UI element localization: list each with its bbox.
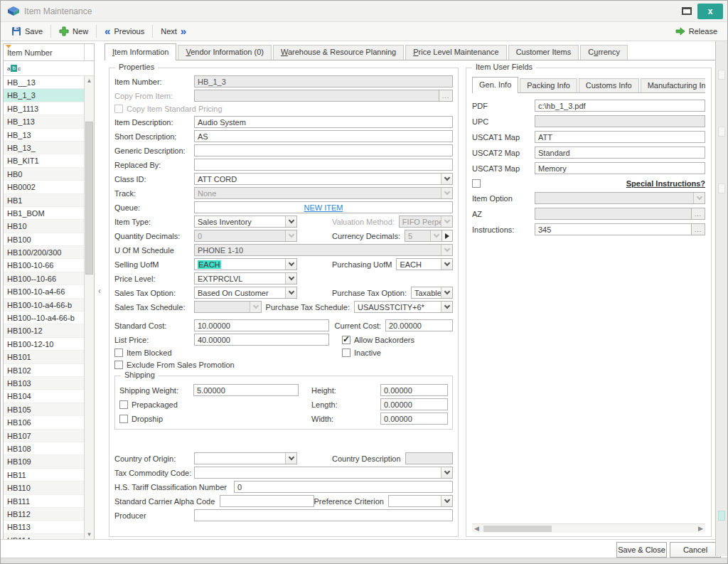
list-item[interactable]: HB10 — [4, 220, 84, 233]
list-item[interactable]: HB__13 — [4, 76, 84, 89]
maximize-icon[interactable] — [682, 7, 692, 15]
uscat1-map-input[interactable]: ATT — [535, 131, 705, 143]
pdf-input[interactable]: c:\hb_1_3.pdf — [535, 100, 705, 112]
list-item[interactable]: HB103 — [4, 377, 84, 390]
list-item[interactable]: HB109 — [4, 455, 84, 468]
scroll-right-icon[interactable]: ▶ — [696, 525, 705, 532]
purchase-tax-schedule-select[interactable]: USAUSSTCITY+6* — [354, 301, 453, 313]
chevron-down-icon[interactable] — [441, 496, 452, 506]
list-item[interactable]: HB101 — [4, 351, 84, 363]
list-item[interactable]: HB100--10-66 — [4, 272, 84, 285]
tab-customs-info[interactable]: Customs Info — [579, 78, 639, 92]
allow-backorders-checkbox[interactable] — [342, 336, 350, 344]
list-item[interactable]: HB105 — [4, 403, 84, 416]
list-item[interactable]: HB0 — [4, 168, 84, 181]
tax-commodity-code-select[interactable] — [194, 467, 453, 479]
release-button[interactable]: Release — [670, 26, 722, 37]
item-blocked-checkbox[interactable] — [114, 348, 123, 357]
cancel-button[interactable]: Cancel — [670, 542, 721, 558]
list-item[interactable]: HB1 — [4, 194, 84, 207]
collapse-sidebar-button[interactable]: ‹ — [95, 282, 104, 300]
tab-packing-info[interactable]: Packing Info — [520, 78, 577, 92]
list-item[interactable]: HB100 — [4, 233, 84, 246]
length-input[interactable]: 0.00000 — [380, 398, 448, 410]
instructions-input[interactable]: 345 — [535, 223, 692, 235]
shipping-weight-input[interactable]: 5.00000 — [193, 384, 299, 396]
list-item[interactable]: HB100/200/300 — [4, 246, 84, 259]
list-item[interactable]: HB102 — [4, 364, 84, 377]
list-item[interactable]: HB108 — [4, 442, 84, 455]
chevron-down-icon[interactable] — [285, 453, 296, 464]
chevron-down-icon[interactable] — [285, 216, 296, 227]
list-item[interactable]: HB1_BOM — [4, 207, 84, 220]
chevron-down-icon[interactable] — [285, 287, 296, 298]
tab-gen-info[interactable]: Gen. Info — [472, 77, 518, 93]
producer-input[interactable] — [194, 509, 453, 521]
hs-tariff-input[interactable]: 0 — [234, 481, 453, 493]
previous-button[interactable]: « Previous — [100, 25, 149, 38]
close-icon[interactable]: x — [697, 4, 723, 19]
column-header-item-number[interactable]: Item Number — [4, 44, 84, 60]
chevron-down-icon[interactable] — [441, 174, 452, 184]
uscat2-map-input[interactable]: Standard — [535, 147, 705, 159]
save-button[interactable]: Save — [6, 25, 48, 38]
chevron-down-icon[interactable] — [441, 287, 452, 298]
list-item[interactable]: HB100-10-a4-66 — [4, 285, 84, 298]
scac-input[interactable] — [220, 495, 314, 507]
list-item[interactable]: HB112 — [4, 508, 84, 521]
chevron-down-icon[interactable] — [285, 259, 296, 270]
scroll-up-icon[interactable]: ▲ — [85, 78, 94, 84]
list-item[interactable]: HB_1113 — [4, 102, 84, 115]
chevron-down-icon[interactable] — [285, 273, 296, 284]
copy-from-item-browse-button[interactable]: ... — [439, 90, 453, 102]
new-item-link[interactable]: NEW ITEM — [304, 203, 343, 212]
item-list-header[interactable]: Item Number — [4, 44, 94, 61]
purchase-tax-option-select[interactable]: Taxable — [411, 287, 453, 299]
dropship-checkbox[interactable] — [119, 415, 128, 423]
tab-warehouse-resource-planning[interactable]: Warehouse & Resource Planning — [273, 45, 404, 60]
height-input[interactable]: 0.00000 — [380, 384, 448, 396]
chevron-down-icon[interactable] — [441, 259, 452, 270]
item-number-input[interactable]: HB_1_3 — [194, 75, 453, 87]
hscrollbar-thumb[interactable] — [483, 526, 552, 532]
user-fields-hscrollbar[interactable]: ◀ ▶ — [472, 523, 705, 533]
currency-decimals-expand-button[interactable] — [442, 230, 453, 242]
filter-row[interactable]: abc — [4, 61, 94, 76]
list-item[interactable]: HB100-10-a4-66-b — [4, 299, 84, 312]
list-item[interactable]: HB114 — [4, 534, 84, 539]
list-price-input[interactable]: 40.00000 — [194, 334, 329, 346]
tab-item-information[interactable]: Item Information — [105, 43, 176, 60]
item-description-input[interactable]: Audio System — [194, 116, 453, 128]
tab-customer-items[interactable]: Customer Items — [508, 45, 579, 60]
replaced-by-input[interactable] — [194, 159, 453, 171]
az-browse-button[interactable]: ... — [692, 208, 705, 220]
list-item[interactable]: HB107 — [4, 430, 84, 442]
exclude-sales-promotion-checkbox[interactable] — [114, 361, 123, 369]
list-item[interactable]: HB111 — [4, 495, 84, 508]
list-item[interactable]: HB110 — [4, 481, 84, 494]
country-of-origin-select[interactable] — [194, 452, 297, 464]
instructions-browse-button[interactable]: ... — [692, 223, 705, 235]
list-item[interactable]: HB_1_3 — [4, 89, 84, 102]
list-item[interactable]: HB100--10-a4-66-b — [4, 312, 84, 324]
special-instructions-checkbox[interactable] — [472, 179, 481, 188]
list-item[interactable]: HB100-10-66 — [4, 259, 84, 272]
prepackaged-checkbox[interactable] — [119, 400, 128, 409]
tab-price-level-maintenance[interactable]: Price Level Maintenance — [405, 45, 506, 60]
list-item[interactable]: HB104 — [4, 390, 84, 403]
save-and-close-button[interactable]: Save & Close — [616, 542, 667, 558]
short-description-input[interactable]: AS — [194, 130, 453, 142]
list-item[interactable]: HB0002 — [4, 181, 84, 193]
list-item[interactable]: HB100-12-10 — [4, 338, 84, 351]
scrollbar-thumb[interactable] — [85, 122, 93, 275]
uscat3-map-input[interactable]: Memory — [535, 162, 705, 174]
scroll-left-icon[interactable]: ◀ — [472, 525, 481, 532]
sort-filter-icon[interactable] — [6, 45, 11, 48]
tab-currency[interactable]: Currency — [580, 45, 628, 60]
tab-vendor-information[interactable]: Vendor Information (0) — [178, 45, 271, 60]
list-item[interactable]: HB_13_ — [4, 142, 84, 154]
purchasing-uofm-select[interactable]: EACH — [396, 258, 453, 270]
chevron-down-icon[interactable] — [441, 302, 452, 312]
preference-criterion-select[interactable] — [388, 495, 453, 507]
sales-tax-option-select[interactable]: Based On Customer — [194, 287, 297, 299]
